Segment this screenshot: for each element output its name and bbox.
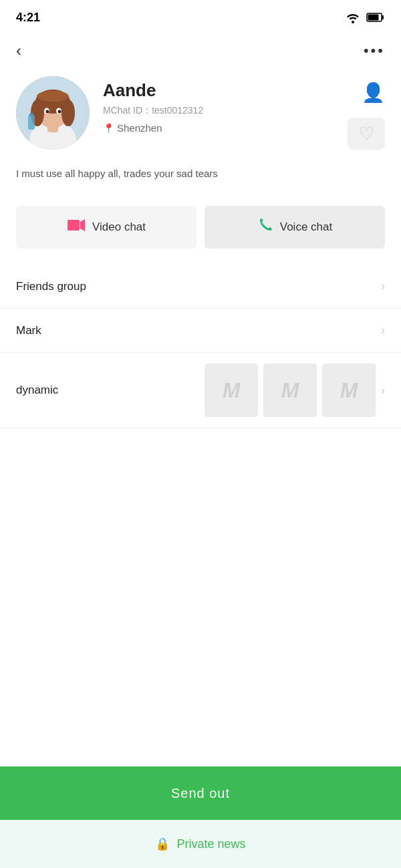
dynamic-thumb-2: M <box>263 364 317 417</box>
action-buttons: Video chat Voice chat <box>0 198 401 265</box>
location-pin-icon: 📍 <box>103 123 114 134</box>
dynamic-section[interactable]: dynamic M M M › <box>0 353 401 428</box>
bottom-area: Send out 🔒 Private news <box>0 766 401 868</box>
dynamic-thumbnails: M M M <box>205 364 376 417</box>
nav-bar: ‹ ••• <box>0 32 401 69</box>
voice-chat-label: Voice chat <box>280 221 332 234</box>
friends-group-item[interactable]: Friends group › <box>0 265 401 309</box>
friends-group-label: Friends group <box>16 280 86 293</box>
svg-marker-19 <box>80 219 85 231</box>
svg-rect-16 <box>28 115 35 130</box>
profile-avatar-icon: 👤 <box>362 82 385 104</box>
dynamic-thumb-letter-2: M <box>281 378 299 403</box>
bio-text: I must use all happy all, trades your sa… <box>16 166 385 182</box>
dynamic-thumb-1: M <box>205 364 258 417</box>
dynamic-label: dynamic <box>16 384 205 397</box>
phone-icon <box>257 217 273 237</box>
dynamic-thumb-letter-1: M <box>223 378 241 403</box>
dynamic-thumb-3: M <box>322 364 376 417</box>
svg-rect-2 <box>382 15 384 19</box>
voice-chat-button[interactable]: Voice chat <box>205 206 385 249</box>
profile-location: 📍 Shenzhen <box>103 122 385 134</box>
profile-mchat-id: MChat ID：test0012312 <box>103 105 385 117</box>
dynamic-thumb-letter-3: M <box>340 378 358 403</box>
battery-icon <box>366 12 385 23</box>
heart-icon: ♡ <box>359 124 374 144</box>
status-icons <box>345 11 385 23</box>
profile-section: Aande MChat ID：test0012312 📍 Shenzhen 👤 … <box>0 69 401 160</box>
svg-rect-18 <box>68 220 80 231</box>
mark-item[interactable]: Mark › <box>0 309 401 353</box>
bio-section: I must use all happy all, trades your sa… <box>0 160 401 198</box>
mchat-value: test0012312 <box>152 105 203 116</box>
video-icon <box>67 218 86 237</box>
wifi-icon <box>345 11 361 23</box>
dynamic-arrow: › <box>381 384 385 398</box>
video-chat-button[interactable]: Video chat <box>16 206 196 249</box>
mark-label: Mark <box>16 324 41 337</box>
svg-point-14 <box>46 110 49 114</box>
mark-arrow: › <box>381 323 385 337</box>
avatar-image <box>16 76 90 150</box>
more-button[interactable]: ••• <box>364 42 385 59</box>
svg-point-11 <box>37 91 69 102</box>
heart-button[interactable]: ♡ <box>348 118 385 150</box>
svg-point-0 <box>352 21 354 23</box>
friends-group-arrow: › <box>381 279 385 293</box>
svg-point-15 <box>58 110 61 114</box>
private-news-label: Private news <box>176 837 245 851</box>
svg-point-10 <box>61 100 75 126</box>
status-time: 4:21 <box>16 11 40 25</box>
mchat-label: MChat ID： <box>103 105 152 116</box>
svg-rect-17 <box>29 113 33 116</box>
svg-rect-3 <box>368 15 379 21</box>
profile-name: Aande <box>103 80 385 101</box>
location-text: Shenzhen <box>117 122 162 134</box>
back-button[interactable]: ‹ <box>16 41 21 60</box>
status-bar: 4:21 <box>0 0 401 32</box>
send-out-button[interactable]: Send out <box>0 766 401 820</box>
profile-info: Aande MChat ID：test0012312 📍 Shenzhen <box>90 76 385 134</box>
video-chat-label: Video chat <box>92 221 146 234</box>
lock-icon: 🔒 <box>155 837 170 851</box>
private-news-button[interactable]: 🔒 Private news <box>0 820 401 868</box>
avatar <box>16 76 90 150</box>
